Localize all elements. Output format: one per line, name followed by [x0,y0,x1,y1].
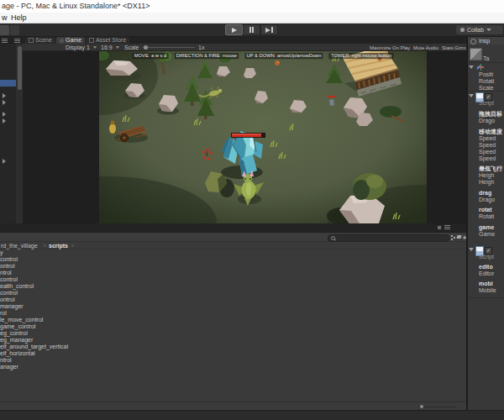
script-list-item[interactable]: control [0,276,466,283]
fold-arrow-icon[interactable] [3,118,6,123]
collab-button[interactable]: Collab [455,24,504,35]
field-label[interactable]: Editor [479,270,494,277]
script-list-item[interactable]: elf_around_target_vertical [0,344,466,350]
game-tab-icon [60,39,64,43]
tool-button[interactable] [10,25,19,35]
project-footer [0,402,466,410]
field-label[interactable]: Mobile [479,287,496,294]
script-list-item[interactable]: eg_control [0,330,466,337]
field-header: drag [479,190,491,197]
field-label[interactable]: Drago [479,197,495,203]
transform-rotation-label[interactable]: Rotati [479,78,494,85]
scale-slider-track[interactable] [143,47,195,48]
menu-item-partial[interactable]: w [2,13,8,24]
script-list-item[interactable]: ntrol [0,270,466,276]
field-header: edito [479,264,493,270]
window-title: age - PC, Mac & Linux Standalone* <DX11> [2,1,150,12]
collab-caret-icon [486,29,491,31]
script-foldout-icon[interactable] [469,248,474,251]
game-scene [99,51,427,223]
fold-arrow-icon[interactable] [3,93,6,98]
script-list-item[interactable]: control [0,256,466,263]
transport-controls [225,24,278,35]
status-bar [0,410,504,420]
script-list-item[interactable]: control [0,290,466,297]
script-foldout-icon[interactable] [469,94,474,97]
breadcrumb-separator: › [44,242,45,249]
hud-tower: TOWER: right mouse button [329,53,394,59]
field-header: 最低飞行 [479,165,502,172]
inspector-tab-icon [470,39,476,45]
scale-slider-knob[interactable] [144,45,148,50]
play-icon [232,28,237,33]
script-list-item[interactable]: manager [0,303,466,310]
hierarchy-selected-row[interactable] [0,80,16,87]
field-label[interactable]: Heigh [479,179,494,186]
aspect-caret-icon [116,46,119,49]
share-icon[interactable] [451,235,455,239]
fold-arrow-icon[interactable] [3,159,6,164]
tab-scene[interactable]: Scene [25,37,55,44]
script-list-item[interactable]: eg_manager [0,337,466,344]
script-list-item[interactable]: elf_horizontal [0,350,466,357]
scale-value: 1x [198,44,204,51]
tab-inspector[interactable]: Insp [468,37,504,45]
stats-toggle[interactable]: Stats [442,45,454,52]
search-input[interactable] [328,234,449,242]
script-list-item[interactable]: ealth_control [0,283,466,290]
label-icon[interactable] [456,235,461,239]
script-list-item[interactable]: y [0,249,466,256]
tab-game[interactable]: Game [56,37,85,44]
field-label[interactable]: Heigh [479,172,494,179]
script-list-item[interactable]: ontrol [0,263,466,270]
field-label[interactable]: Speed [479,155,496,162]
field-header: 移动速度 [479,129,502,135]
script-list-item[interactable]: ntrol [0,357,466,364]
step-button[interactable] [260,24,278,35]
fold-arrow-icon[interactable] [3,112,6,117]
slider-knob[interactable] [420,405,423,408]
fold-arrow-icon[interactable] [3,100,6,105]
game-view-panel: Display 1 16:9 Scale 1x Maximize On Play… [23,44,466,223]
breadcrumb: rd_the_village › scripts › [0,242,466,249]
scrollbar-thumb[interactable] [18,46,22,90]
tab-asset-store[interactable]: Asset Store [86,37,129,44]
field-label[interactable]: Game [479,231,495,238]
breadcrumb-parent[interactable]: rd_the_village [1,242,38,249]
display-dropdown[interactable]: Display 1 [66,44,90,51]
scale-label: Scale [124,44,139,51]
field-label[interactable]: Speed [479,135,496,142]
project-menu-icon[interactable] [444,225,450,230]
pause-icon [249,27,251,33]
tool-button-cut[interactable] [0,25,9,35]
field-label[interactable]: Rotati [479,213,494,220]
game-render-viewport[interactable]: MOVE: a w s d DIRECTION & FIRE: mouse UP… [99,51,427,223]
script-list-item[interactable]: game_control [0,323,466,330]
crystal-health-bar [231,133,265,138]
field-label[interactable]: Speed [479,149,496,155]
pause-button[interactable] [243,24,260,35]
transform-foldout-icon[interactable] [469,66,474,69]
aspect-dropdown[interactable]: 16:9 [101,44,113,51]
lock-icon[interactable] [438,226,441,229]
tab-row: Scene Game Asset Store [0,37,504,44]
script-list-item[interactable]: ontrol [0,297,466,303]
play-button[interactable] [225,24,243,35]
menu-item-help[interactable]: Help [11,13,27,24]
thumbnail-size-slider[interactable] [418,407,457,407]
script-list-item[interactable]: le_move_control [0,317,466,323]
field-label[interactable]: Speed [479,142,496,149]
field-label[interactable]: Drago [479,118,495,124]
enemy-health-bar [328,96,336,97]
project-panel: ★ rd_the_village › scripts › ycontrolont… [0,223,466,410]
script-list-item[interactable]: rol [0,310,466,317]
transform-position-label[interactable]: Positi [479,71,493,78]
gameobject-icon [470,48,482,60]
field-header: mobi [479,281,493,287]
inspector-tab-label: Insp [479,37,490,45]
tag-label[interactable]: Ta [483,55,489,62]
breadcrumb-separator: › [71,242,73,249]
script-list-item[interactable]: anager [0,364,466,370]
hierarchy-scrollbar[interactable] [16,44,23,223]
breadcrumb-current[interactable]: scripts [49,242,68,249]
